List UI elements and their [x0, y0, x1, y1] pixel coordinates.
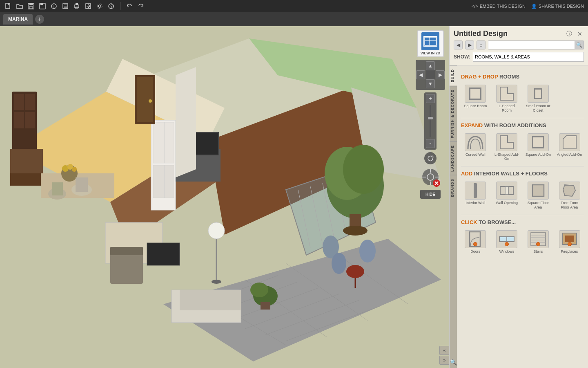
wall-opening-item[interactable]: Wall Opening [492, 180, 521, 211]
interior-wall-icon [465, 182, 486, 200]
curved-wall-item[interactable]: Curved Wall [461, 132, 490, 163]
save-as-icon[interactable] [38, 2, 47, 10]
stairs-label: Stairs [533, 249, 543, 254]
svg-point-83 [346, 265, 364, 278]
rotate-button[interactable] [424, 152, 437, 164]
nav-left-button[interactable]: ◀ [416, 70, 425, 79]
small-room-item[interactable]: Small Room or Closet [524, 83, 553, 114]
zoom-slider[interactable] [430, 105, 431, 137]
zoom-in-button[interactable]: + [426, 94, 435, 103]
room-illustration [0, 26, 449, 368]
fireplaces-item[interactable]: Fireplaces [555, 229, 584, 256]
interior-grid: Interior Wall Wall Opening [461, 180, 584, 211]
hide-button[interactable]: HIDE [420, 190, 441, 199]
svg-rect-122 [565, 236, 574, 242]
zoom-out-button[interactable]: - [426, 139, 435, 148]
home-button[interactable]: ⌂ [477, 40, 486, 49]
square-room-icon [465, 85, 486, 103]
svg-rect-5 [40, 3, 43, 5]
svg-text:?: ? [110, 4, 113, 9]
save-icon[interactable] [27, 2, 35, 10]
doors-icon [465, 230, 486, 248]
doors-label: Doors [470, 249, 480, 254]
square-room-item[interactable]: Square Room [461, 83, 490, 114]
export-icon[interactable] [84, 2, 92, 10]
view-2d-button[interactable]: VIEW IN 2D [417, 30, 444, 57]
show-dropdown[interactable]: ROOMS, WALLS & AREAS [473, 52, 584, 62]
topbar-left: i ? [4, 2, 145, 10]
interior-wall-item[interactable]: Interior Wall [461, 180, 490, 211]
square-room-label: Square Room [464, 104, 487, 108]
vtab-build[interactable]: BUILD [450, 65, 457, 86]
svg-rect-67 [52, 182, 63, 195]
svg-point-79 [343, 226, 368, 236]
sidebar-title: Untitled Design [454, 29, 508, 38]
nav-right-button[interactable]: ▶ [436, 70, 445, 79]
close-sidebar-icon[interactable]: ✕ [576, 30, 584, 38]
small-room-icon [528, 85, 549, 103]
info-sidebar-icon[interactable]: ⓘ [565, 30, 573, 38]
search-tab[interactable]: 🔍 [450, 200, 457, 368]
sidebar-nav-row: ◀ ▶ ⌂ 🔍 [454, 40, 584, 49]
doors-item[interactable]: Doors [461, 229, 490, 256]
l-shaped-room-label: L-Shaped Room [494, 104, 520, 113]
show-label: SHOW: [454, 54, 470, 60]
help-icon[interactable]: ? [107, 2, 115, 10]
back-button[interactable]: ◀ [454, 40, 463, 49]
embed-button[interactable]: </> EMBED THIS DESIGN [472, 4, 526, 9]
search-bar: 🔍 [488, 40, 584, 49]
svg-rect-3 [29, 7, 33, 9]
share-button[interactable]: 👤 SHARE THIS DESIGN [531, 4, 584, 9]
hide-icon-container [420, 167, 441, 187]
undo-icon[interactable] [125, 2, 134, 10]
print-icon[interactable] [73, 2, 81, 10]
nav-up-button[interactable]: ▲ [426, 61, 435, 70]
svg-marker-112 [563, 185, 575, 196]
svg-rect-49 [25, 112, 35, 128]
square-floor-item[interactable]: Square Floor Area [524, 180, 553, 211]
sidebar-body: BUILD FURNISH & DECORATE LANDSCAPE BRAND… [450, 65, 588, 368]
vtab-brands[interactable]: BRANDS [450, 175, 457, 200]
vtab-furnish[interactable]: FURNISH & DECORATE [450, 86, 457, 141]
open-icon[interactable] [16, 2, 24, 10]
square-addon-item[interactable]: Square Add-On [524, 132, 553, 163]
l-shaped-room-item[interactable]: L-Shaped Room [492, 83, 521, 114]
new-icon[interactable] [4, 2, 12, 10]
browse-heading: CLICK TO BROWSE... [461, 219, 584, 225]
svg-point-18 [97, 4, 102, 9]
svg-rect-56 [165, 165, 174, 198]
sidebar-title-row: Untitled Design ⓘ ✕ [454, 29, 584, 38]
freeform-floor-item[interactable]: Free-Form Floor Area [555, 180, 584, 211]
vtab-landscape[interactable]: LANDSCAPE [450, 141, 457, 175]
windows-label: Windows [499, 249, 514, 254]
search-go-button[interactable]: 🔍 [575, 41, 584, 49]
angled-addon-icon [559, 133, 580, 151]
zoom-handle[interactable] [428, 117, 433, 119]
svg-rect-111 [532, 185, 544, 196]
redo-icon[interactable] [137, 2, 145, 10]
angled-addon-item[interactable]: Angled Add-On [555, 132, 584, 163]
collapse-down-button[interactable]: » [439, 356, 449, 365]
curved-wall-icon [465, 133, 486, 151]
search-input[interactable] [488, 41, 575, 49]
add-tab-button[interactable]: + [35, 15, 44, 24]
forward-button[interactable]: ▶ [465, 40, 474, 49]
sidebar-title-icons: ⓘ ✕ [565, 30, 584, 38]
history-icon[interactable] [61, 2, 69, 10]
collapse-up-button[interactable]: « [439, 346, 449, 355]
l-shaped-addon-item[interactable]: L-Shaped Add-On [492, 132, 521, 163]
drag-drop-heading: DRAG + DROP ROOMS [461, 74, 584, 80]
info-icon[interactable]: i [50, 2, 58, 10]
svg-rect-65 [76, 177, 88, 192]
svg-marker-108 [563, 136, 576, 149]
tab-marina[interactable]: MARINA [3, 14, 33, 25]
blueprint-icon [421, 32, 439, 50]
canvas-area[interactable]: VIEW IN 2D ▲ ◀ ▶ ▼ + [0, 26, 449, 368]
windows-item[interactable]: Windows [492, 229, 521, 256]
svg-rect-0 [6, 3, 10, 9]
tabsbar: MARINA + [0, 12, 588, 26]
l-shaped-addon-icon [496, 133, 517, 151]
stairs-item[interactable]: Stairs [524, 229, 553, 256]
nav-down-button[interactable]: ▼ [426, 79, 435, 88]
settings-icon[interactable] [96, 2, 104, 10]
